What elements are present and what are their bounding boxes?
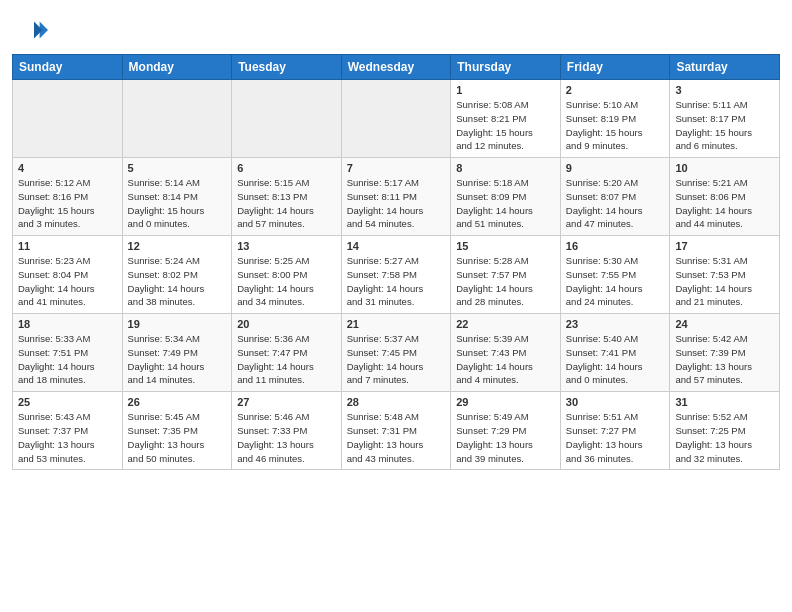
week-row-2: 4Sunrise: 5:12 AM Sunset: 8:16 PM Daylig… xyxy=(13,158,780,236)
calendar-table: SundayMondayTuesdayWednesdayThursdayFrid… xyxy=(12,54,780,470)
calendar-cell: 17Sunrise: 5:31 AM Sunset: 7:53 PM Dayli… xyxy=(670,236,780,314)
day-info: Sunrise: 5:14 AM Sunset: 8:14 PM Dayligh… xyxy=(128,176,227,231)
calendar-cell xyxy=(13,80,123,158)
calendar-cell xyxy=(341,80,451,158)
day-info: Sunrise: 5:39 AM Sunset: 7:43 PM Dayligh… xyxy=(456,332,555,387)
weekday-header-thursday: Thursday xyxy=(451,55,561,80)
day-number: 27 xyxy=(237,396,336,408)
calendar-cell: 1Sunrise: 5:08 AM Sunset: 8:21 PM Daylig… xyxy=(451,80,561,158)
day-info: Sunrise: 5:33 AM Sunset: 7:51 PM Dayligh… xyxy=(18,332,117,387)
day-info: Sunrise: 5:12 AM Sunset: 8:16 PM Dayligh… xyxy=(18,176,117,231)
calendar-cell: 13Sunrise: 5:25 AM Sunset: 8:00 PM Dayli… xyxy=(232,236,342,314)
page-header xyxy=(0,0,792,48)
calendar-cell: 19Sunrise: 5:34 AM Sunset: 7:49 PM Dayli… xyxy=(122,314,232,392)
day-number: 11 xyxy=(18,240,117,252)
calendar-cell: 29Sunrise: 5:49 AM Sunset: 7:29 PM Dayli… xyxy=(451,392,561,470)
logo xyxy=(20,16,52,44)
day-info: Sunrise: 5:42 AM Sunset: 7:39 PM Dayligh… xyxy=(675,332,774,387)
day-info: Sunrise: 5:15 AM Sunset: 8:13 PM Dayligh… xyxy=(237,176,336,231)
day-number: 20 xyxy=(237,318,336,330)
day-info: Sunrise: 5:43 AM Sunset: 7:37 PM Dayligh… xyxy=(18,410,117,465)
calendar-cell: 20Sunrise: 5:36 AM Sunset: 7:47 PM Dayli… xyxy=(232,314,342,392)
day-info: Sunrise: 5:30 AM Sunset: 7:55 PM Dayligh… xyxy=(566,254,665,309)
day-number: 31 xyxy=(675,396,774,408)
week-row-1: 1Sunrise: 5:08 AM Sunset: 8:21 PM Daylig… xyxy=(13,80,780,158)
day-info: Sunrise: 5:18 AM Sunset: 8:09 PM Dayligh… xyxy=(456,176,555,231)
calendar-cell: 24Sunrise: 5:42 AM Sunset: 7:39 PM Dayli… xyxy=(670,314,780,392)
day-number: 7 xyxy=(347,162,446,174)
calendar-cell: 3Sunrise: 5:11 AM Sunset: 8:17 PM Daylig… xyxy=(670,80,780,158)
day-number: 28 xyxy=(347,396,446,408)
day-number: 17 xyxy=(675,240,774,252)
day-info: Sunrise: 5:31 AM Sunset: 7:53 PM Dayligh… xyxy=(675,254,774,309)
calendar-cell: 4Sunrise: 5:12 AM Sunset: 8:16 PM Daylig… xyxy=(13,158,123,236)
day-number: 13 xyxy=(237,240,336,252)
day-number: 18 xyxy=(18,318,117,330)
calendar-cell: 23Sunrise: 5:40 AM Sunset: 7:41 PM Dayli… xyxy=(560,314,670,392)
header-row: SundayMondayTuesdayWednesdayThursdayFrid… xyxy=(13,55,780,80)
day-number: 15 xyxy=(456,240,555,252)
day-info: Sunrise: 5:40 AM Sunset: 7:41 PM Dayligh… xyxy=(566,332,665,387)
day-number: 5 xyxy=(128,162,227,174)
day-info: Sunrise: 5:21 AM Sunset: 8:06 PM Dayligh… xyxy=(675,176,774,231)
day-number: 14 xyxy=(347,240,446,252)
weekday-header-monday: Monday xyxy=(122,55,232,80)
calendar-cell: 31Sunrise: 5:52 AM Sunset: 7:25 PM Dayli… xyxy=(670,392,780,470)
day-number: 25 xyxy=(18,396,117,408)
day-number: 19 xyxy=(128,318,227,330)
calendar-cell xyxy=(232,80,342,158)
day-info: Sunrise: 5:23 AM Sunset: 8:04 PM Dayligh… xyxy=(18,254,117,309)
calendar-cell: 22Sunrise: 5:39 AM Sunset: 7:43 PM Dayli… xyxy=(451,314,561,392)
day-number: 24 xyxy=(675,318,774,330)
day-info: Sunrise: 5:27 AM Sunset: 7:58 PM Dayligh… xyxy=(347,254,446,309)
day-info: Sunrise: 5:52 AM Sunset: 7:25 PM Dayligh… xyxy=(675,410,774,465)
weekday-header-wednesday: Wednesday xyxy=(341,55,451,80)
calendar-cell: 26Sunrise: 5:45 AM Sunset: 7:35 PM Dayli… xyxy=(122,392,232,470)
logo-icon xyxy=(20,16,48,44)
day-number: 16 xyxy=(566,240,665,252)
day-number: 10 xyxy=(675,162,774,174)
calendar-cell: 12Sunrise: 5:24 AM Sunset: 8:02 PM Dayli… xyxy=(122,236,232,314)
calendar-cell: 14Sunrise: 5:27 AM Sunset: 7:58 PM Dayli… xyxy=(341,236,451,314)
week-row-5: 25Sunrise: 5:43 AM Sunset: 7:37 PM Dayli… xyxy=(13,392,780,470)
calendar-cell: 9Sunrise: 5:20 AM Sunset: 8:07 PM Daylig… xyxy=(560,158,670,236)
calendar-cell: 8Sunrise: 5:18 AM Sunset: 8:09 PM Daylig… xyxy=(451,158,561,236)
calendar-cell: 30Sunrise: 5:51 AM Sunset: 7:27 PM Dayli… xyxy=(560,392,670,470)
calendar-cell: 25Sunrise: 5:43 AM Sunset: 7:37 PM Dayli… xyxy=(13,392,123,470)
day-number: 8 xyxy=(456,162,555,174)
calendar-cell: 11Sunrise: 5:23 AM Sunset: 8:04 PM Dayli… xyxy=(13,236,123,314)
calendar-cell: 5Sunrise: 5:14 AM Sunset: 8:14 PM Daylig… xyxy=(122,158,232,236)
day-info: Sunrise: 5:10 AM Sunset: 8:19 PM Dayligh… xyxy=(566,98,665,153)
calendar-body: 1Sunrise: 5:08 AM Sunset: 8:21 PM Daylig… xyxy=(13,80,780,470)
day-info: Sunrise: 5:28 AM Sunset: 7:57 PM Dayligh… xyxy=(456,254,555,309)
day-number: 30 xyxy=(566,396,665,408)
day-info: Sunrise: 5:48 AM Sunset: 7:31 PM Dayligh… xyxy=(347,410,446,465)
week-row-4: 18Sunrise: 5:33 AM Sunset: 7:51 PM Dayli… xyxy=(13,314,780,392)
day-info: Sunrise: 5:08 AM Sunset: 8:21 PM Dayligh… xyxy=(456,98,555,153)
day-number: 26 xyxy=(128,396,227,408)
calendar-cell: 10Sunrise: 5:21 AM Sunset: 8:06 PM Dayli… xyxy=(670,158,780,236)
weekday-header-saturday: Saturday xyxy=(670,55,780,80)
day-info: Sunrise: 5:20 AM Sunset: 8:07 PM Dayligh… xyxy=(566,176,665,231)
day-number: 21 xyxy=(347,318,446,330)
weekday-header-tuesday: Tuesday xyxy=(232,55,342,80)
day-number: 22 xyxy=(456,318,555,330)
calendar-cell: 15Sunrise: 5:28 AM Sunset: 7:57 PM Dayli… xyxy=(451,236,561,314)
calendar-wrapper: SundayMondayTuesdayWednesdayThursdayFrid… xyxy=(0,48,792,480)
week-row-3: 11Sunrise: 5:23 AM Sunset: 8:04 PM Dayli… xyxy=(13,236,780,314)
day-number: 1 xyxy=(456,84,555,96)
day-number: 3 xyxy=(675,84,774,96)
day-number: 6 xyxy=(237,162,336,174)
calendar-cell: 6Sunrise: 5:15 AM Sunset: 8:13 PM Daylig… xyxy=(232,158,342,236)
day-number: 12 xyxy=(128,240,227,252)
day-number: 23 xyxy=(566,318,665,330)
calendar-header: SundayMondayTuesdayWednesdayThursdayFrid… xyxy=(13,55,780,80)
day-info: Sunrise: 5:24 AM Sunset: 8:02 PM Dayligh… xyxy=(128,254,227,309)
calendar-cell: 18Sunrise: 5:33 AM Sunset: 7:51 PM Dayli… xyxy=(13,314,123,392)
day-info: Sunrise: 5:49 AM Sunset: 7:29 PM Dayligh… xyxy=(456,410,555,465)
calendar-cell: 2Sunrise: 5:10 AM Sunset: 8:19 PM Daylig… xyxy=(560,80,670,158)
day-info: Sunrise: 5:37 AM Sunset: 7:45 PM Dayligh… xyxy=(347,332,446,387)
calendar-cell xyxy=(122,80,232,158)
calendar-cell: 27Sunrise: 5:46 AM Sunset: 7:33 PM Dayli… xyxy=(232,392,342,470)
calendar-cell: 7Sunrise: 5:17 AM Sunset: 8:11 PM Daylig… xyxy=(341,158,451,236)
